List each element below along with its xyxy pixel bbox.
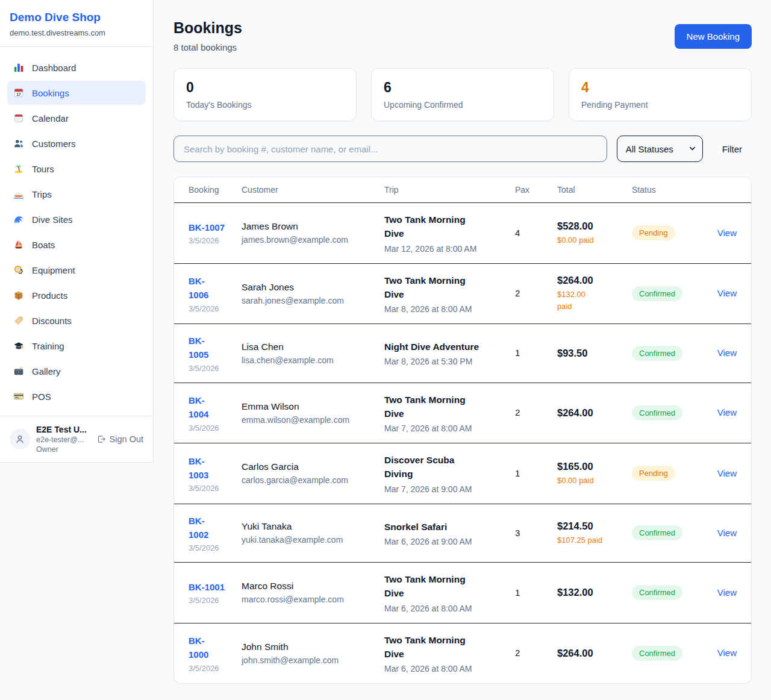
- total-paid: $0.00 paid: [557, 234, 626, 246]
- sidebar-item-products[interactable]: Products: [7, 283, 146, 307]
- column-header-total: Total: [557, 177, 632, 203]
- customer-cell: Lisa Chenlisa.chen@example.com: [242, 324, 384, 383]
- user-section: E2E Test U... e2e-tester@... Owner Sign …: [0, 416, 153, 462]
- filter-button[interactable]: Filter: [722, 144, 742, 154]
- table-row: BK- 10033/5/2026Carlos Garciacarlos.garc…: [174, 443, 751, 504]
- stat-card-pending-payment: 4Pending Payment: [569, 68, 752, 121]
- booking-cell: BK- 10033/5/2026: [174, 443, 242, 504]
- total-amount: $132.00: [557, 587, 626, 598]
- new-booking-button[interactable]: New Booking: [675, 24, 752, 49]
- trip-datetime: Mar 12, 2026 at 8:00 AM: [384, 244, 509, 254]
- customer-cell: Sarah Jonessarah.jones@example.com: [242, 263, 384, 324]
- sidebar-item-label: Boats: [32, 240, 55, 250]
- sidebar-item-label: Customers: [32, 139, 76, 149]
- view-link[interactable]: View: [717, 468, 737, 478]
- sidebar-item-label: POS: [32, 392, 51, 402]
- pax-cell: 3: [515, 504, 557, 563]
- bookings-table: BookingCustomerTripPaxTotalStatus BK-100…: [174, 177, 751, 683]
- trip-datetime: Mar 7, 2026 at 8:00 AM: [384, 423, 509, 433]
- booking-date: 3/5/2026: [189, 484, 236, 493]
- booking-id-link[interactable]: BK-1001: [189, 580, 236, 594]
- sidebar-item-bookings[interactable]: 17Bookings: [7, 81, 146, 105]
- search-input[interactable]: [173, 136, 607, 162]
- sidebar-item-customers[interactable]: Customers: [7, 131, 146, 155]
- view-link[interactable]: View: [717, 528, 737, 538]
- customer-email: sarah.jones@example.com: [242, 296, 378, 305]
- trip-datetime: Mar 6, 2026 at 8:00 AM: [384, 664, 509, 673]
- booking-cell: BK- 10063/5/2026: [174, 263, 242, 324]
- stats-row: 0Today's Bookings6Upcoming Confirmed4Pen…: [173, 68, 752, 121]
- sidebar-item-gallery[interactable]: Gallery: [7, 359, 146, 383]
- user-icon: [14, 434, 25, 445]
- view-link[interactable]: View: [717, 288, 737, 298]
- column-header-pax: Pax: [515, 177, 557, 203]
- sidebar-item-equipment[interactable]: Equipment: [7, 258, 146, 282]
- customer-email: lisa.chen@example.com: [242, 355, 378, 365]
- boats-icon: [13, 239, 24, 250]
- user-name: E2E Test U...: [36, 425, 90, 434]
- booking-id-link[interactable]: BK- 1005: [189, 334, 236, 362]
- total-cell: $93.50: [557, 324, 632, 383]
- filter-row: All Statuses Filter: [173, 136, 752, 162]
- booking-id-link[interactable]: BK- 1002: [189, 514, 236, 542]
- status-badge: Confirmed: [632, 525, 682, 540]
- sidebar-item-dive-sites[interactable]: Dive Sites: [7, 207, 146, 231]
- view-link[interactable]: View: [717, 407, 737, 417]
- sidebar-item-calendar[interactable]: Calendar: [7, 106, 146, 130]
- status-cell: Pending: [632, 203, 705, 264]
- status-filter-select[interactable]: All Statuses: [617, 136, 703, 162]
- view-cell: View: [705, 203, 751, 264]
- sidebar-item-label: Training: [32, 341, 64, 351]
- sign-out-button[interactable]: Sign Out: [96, 434, 143, 444]
- sidebar-item-boats[interactable]: Boats: [7, 233, 146, 257]
- pax-value: 2: [515, 648, 520, 658]
- trip-datetime: Mar 6, 2026 at 9:00 AM: [384, 537, 509, 546]
- booking-id-link[interactable]: BK- 1006: [189, 274, 236, 302]
- booking-id-link[interactable]: BK-1007: [189, 220, 236, 234]
- table-row: BK- 10023/5/2026Yuki Tanakayuki.tanaka@e…: [174, 504, 751, 563]
- customer-cell: Marco Rossimarco.rossi@example.com: [242, 563, 384, 623]
- sidebar-item-discounts[interactable]: Discounts: [7, 308, 146, 333]
- customer-name: John Smith: [242, 642, 378, 652]
- trip-name: Snorkel Safari: [384, 520, 509, 534]
- sign-out-label: Sign Out: [110, 434, 143, 444]
- booking-id-link[interactable]: BK- 1004: [189, 393, 236, 422]
- booking-cell: BK-10073/5/2026: [174, 203, 242, 264]
- status-badge: Confirmed: [632, 585, 682, 600]
- view-link[interactable]: View: [717, 228, 737, 238]
- booking-id-link[interactable]: BK- 1003: [189, 454, 236, 483]
- stat-label: Pending Payment: [581, 100, 739, 110]
- customer-name: Yuki Tanaka: [242, 521, 378, 532]
- table-row: BK-10013/5/2026Marco Rossimarco.rossi@ex…: [174, 563, 751, 623]
- sidebar-item-pos[interactable]: POS: [7, 384, 146, 408]
- sidebar-item-training[interactable]: Training: [7, 334, 146, 358]
- view-link[interactable]: View: [717, 587, 737, 598]
- total-amount: $264.00: [557, 275, 626, 286]
- view-link[interactable]: View: [717, 348, 737, 358]
- booking-id-link[interactable]: BK- 1000: [189, 634, 236, 662]
- status-cell: Confirmed: [632, 383, 705, 443]
- sidebar-item-label: Equipment: [32, 265, 75, 275]
- customer-email: carlos.garcia@example.com: [242, 475, 378, 485]
- sign-out-icon: [96, 434, 106, 444]
- sidebar-item-label: Tours: [32, 164, 54, 174]
- view-cell: View: [705, 563, 751, 623]
- gallery-icon: [13, 366, 24, 377]
- view-link[interactable]: View: [717, 648, 737, 658]
- avatar: [10, 429, 30, 449]
- page-header: Bookings 8 total bookings New Booking: [173, 19, 752, 52]
- total-cell: $165.00$0.00 paid: [557, 443, 632, 504]
- customer-cell: Carlos Garciacarlos.garcia@example.com: [242, 443, 384, 504]
- total-amount: $264.00: [557, 407, 626, 419]
- status-badge: Confirmed: [632, 346, 682, 361]
- status-cell: Confirmed: [632, 263, 705, 324]
- dive-sites-icon: [13, 214, 24, 225]
- sidebar-item-dashboard[interactable]: Dashboard: [7, 55, 146, 80]
- sidebar-item-trips[interactable]: Trips: [7, 182, 146, 206]
- pax-cell: 4: [515, 203, 557, 264]
- pax-value: 3: [515, 528, 520, 538]
- status-cell: Confirmed: [632, 324, 705, 383]
- pax-value: 1: [515, 587, 520, 598]
- total-amount: $214.50: [557, 520, 626, 532]
- sidebar-item-tours[interactable]: Tours: [7, 157, 146, 181]
